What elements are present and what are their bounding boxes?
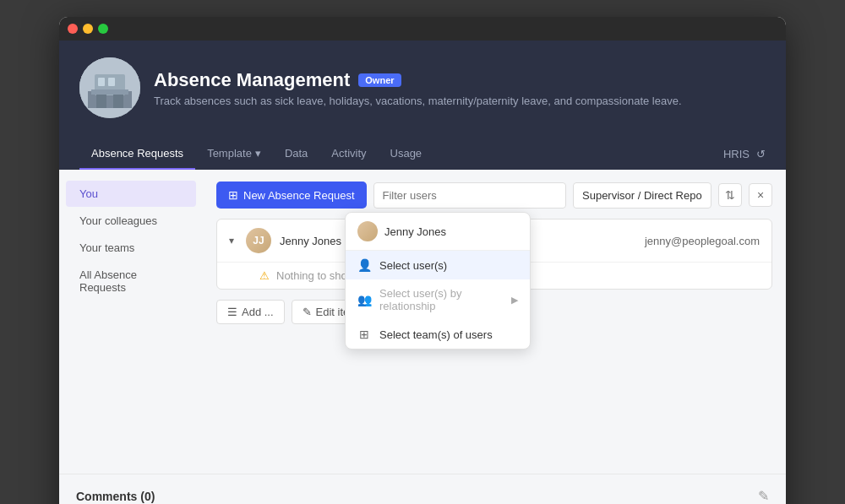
dropdown-item-select-users[interactable]: 👤 Select user(s) <box>346 251 530 279</box>
dropdown-user-name: Jenny Jones <box>384 225 446 238</box>
tab-usage[interactable]: Usage <box>379 138 434 170</box>
teams-icon: ⊞ <box>357 328 371 341</box>
titlebar <box>59 17 786 41</box>
page-title: Absence Management <box>154 69 350 91</box>
relationship-icon: 👥 <box>357 293 371 306</box>
comments-title: Comments (0) <box>76 490 155 503</box>
plus-icon: ⊞ <box>228 188 238 202</box>
nothing-text: Nothing to show <box>276 269 355 282</box>
close-dot[interactable] <box>68 24 78 34</box>
nav-tabs: Absence Requests Template ▾ Data Activit… <box>79 138 766 170</box>
tab-data[interactable]: Data <box>273 138 319 170</box>
add-rows-icon: ☰ <box>227 306 237 318</box>
new-request-button[interactable]: ⊞ New Absence Request <box>216 182 367 209</box>
dropdown-item-by-relationship: 👥 Select user(s) by relationship ▶ <box>346 279 530 320</box>
nav-right: HRIS ↺ <box>723 148 766 160</box>
hris-label: HRIS <box>723 148 750 160</box>
svg-rect-6 <box>113 93 123 108</box>
arrow-icon: ▶ <box>511 295 518 306</box>
updown-icon: ⇅ <box>725 188 735 202</box>
sort-button[interactable]: ⇅ <box>718 183 742 207</box>
content-area: You Your colleagues Your teams All Absen… <box>59 170 786 474</box>
comments-edit-icon[interactable]: ✎ <box>758 488 769 504</box>
user-email: jenny@peoplegoal.com <box>645 235 760 247</box>
comments-header: Comments (0) ✎ <box>76 488 769 504</box>
user-select-icon: 👤 <box>357 258 371 272</box>
filter-users-input[interactable] <box>373 182 566 209</box>
toolbar: ⊞ New Absence Request Supervisor / Direc… <box>216 182 772 209</box>
tab-template[interactable]: Template ▾ <box>195 138 273 170</box>
tab-absence-requests[interactable]: Absence Requests <box>79 138 195 170</box>
sidebar-item-you[interactable]: You <box>66 181 196 207</box>
svg-rect-5 <box>96 93 106 108</box>
main-content: ⊞ New Absence Request Supervisor / Direc… <box>203 170 786 474</box>
svg-rect-3 <box>98 78 105 86</box>
edit-icon: ✎ <box>303 306 312 318</box>
supervisor-select[interactable]: Supervisor / Direct Repo <box>573 182 711 209</box>
close-icon: × <box>757 188 764 202</box>
add-button[interactable]: ☰ Add ... <box>216 300 285 324</box>
dropdown-user-header: Jenny Jones <box>346 213 530 251</box>
sidebar-item-all[interactable]: All Absence Requests <box>66 262 196 301</box>
close-button[interactable]: × <box>749 183 772 207</box>
minimize-dot[interactable] <box>83 24 93 34</box>
maximize-dot[interactable] <box>98 24 108 34</box>
avatar <box>79 57 140 118</box>
owner-badge: Owner <box>358 73 401 87</box>
warning-icon: ⚠ <box>259 269 270 282</box>
chevron-down-icon: ▾ <box>255 147 261 160</box>
app-header: Absence Management Owner Track absences … <box>59 41 786 170</box>
svg-rect-7 <box>91 89 128 95</box>
header-info: Absence Management Owner Track absences … <box>154 69 766 107</box>
sidebar: You Your colleagues Your teams All Absen… <box>59 170 203 474</box>
comments-section: Comments (0) ✎ There are no comments to … <box>59 474 786 504</box>
tab-activity[interactable]: Activity <box>319 138 378 170</box>
sidebar-item-colleagues[interactable]: Your colleagues <box>66 208 196 234</box>
svg-rect-4 <box>108 78 115 86</box>
header-description: Track absences such as sick leave, holid… <box>154 95 766 107</box>
dropdown-user-avatar <box>357 221 378 241</box>
dropdown-popup: Jenny Jones 👤 Select user(s) 👥 Select us… <box>345 212 531 350</box>
dropdown-item-select-teams[interactable]: ⊞ Select team(s) of users <box>346 320 530 349</box>
expand-icon[interactable]: ▾ <box>229 235 234 247</box>
user-avatar: JJ <box>246 228 271 253</box>
sidebar-item-teams[interactable]: Your teams <box>66 235 196 261</box>
refresh-icon[interactable]: ↺ <box>756 148 766 160</box>
app-window: Absence Management Owner Track absences … <box>59 17 786 504</box>
